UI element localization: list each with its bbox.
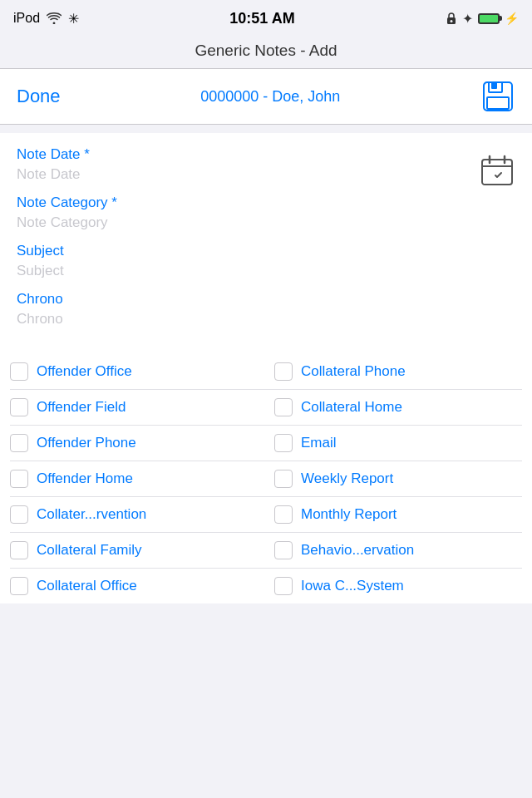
activity-icon: ✳ [68, 11, 79, 27]
device-label: iPod [13, 11, 40, 26]
checkbox-left-4[interactable] [10, 505, 28, 524]
chrono-label: Chrono [17, 291, 515, 308]
chrono-field: Chrono Chrono [17, 291, 515, 347]
col-left-0: Offender Office [10, 362, 258, 381]
charging-icon: ⚡ [505, 12, 519, 25]
checkbox-right-5[interactable] [274, 541, 293, 559]
checkbox-label-left-4: Collater...rvention [37, 506, 146, 523]
note-category-label: Note Category * [17, 195, 515, 211]
note-date-input[interactable]: Note Date [17, 166, 90, 183]
checkbox-label-left-2: Offender Phone [37, 435, 136, 451]
table-row: Collateral Family Behavio...ervation [10, 532, 522, 568]
checkbox-left-6[interactable] [10, 577, 28, 595]
battery-icon [478, 13, 500, 24]
nav-bar: Generic Notes - Add [0, 37, 532, 69]
col-right-1: Collateral Home [258, 398, 522, 416]
checkbox-right-2[interactable] [274, 434, 293, 452]
checkbox-label-right-5: Behavio...ervation [301, 542, 414, 559]
svg-rect-5 [487, 97, 509, 109]
col-right-0: Collateral Phone [258, 362, 522, 381]
checkbox-label-right-3: Weekly Report [301, 470, 393, 487]
checkbox-right-3[interactable] [274, 470, 293, 488]
checkbox-label-right-6: Iowa C...System [301, 578, 404, 594]
col-left-3: Offender Home [10, 470, 258, 488]
checkbox-right-0[interactable] [274, 362, 293, 381]
checkbox-left-1[interactable] [10, 398, 28, 416]
checkbox-right-1[interactable] [274, 398, 293, 416]
col-left-2: Offender Phone [10, 434, 258, 452]
status-left: iPod ✳ [13, 11, 79, 27]
note-category-field: Note Category * Note Category [17, 195, 515, 231]
checkbox-label-left-6: Collateral Office [37, 578, 137, 594]
col-left-4: Collater...rvention [10, 505, 258, 524]
checkbox-right-6[interactable] [274, 577, 293, 595]
checkbox-left-2[interactable] [10, 434, 28, 452]
page-title: Generic Notes - Add [195, 42, 337, 59]
checkbox-label-left-0: Offender Office [37, 363, 132, 380]
checkbox-label-right-1: Collateral Home [301, 399, 402, 416]
svg-point-1 [451, 20, 453, 22]
table-row: Offender Field Collateral Home [10, 389, 522, 425]
col-right-3: Weekly Report [258, 470, 522, 488]
note-category-input[interactable]: Note Category [17, 214, 515, 231]
svg-rect-6 [482, 160, 512, 185]
status-right: ✦ ⚡ [446, 11, 519, 27]
subject-input[interactable]: Subject [17, 263, 515, 279]
note-date-label: Note Date * [17, 146, 90, 163]
checkbox-label-right-0: Collateral Phone [301, 363, 406, 380]
checkbox-label-left-3: Offender Home [37, 470, 133, 487]
save-button[interactable] [480, 79, 515, 114]
table-row: Offender Phone Email [10, 425, 522, 461]
bluetooth-icon: ✦ [462, 11, 473, 27]
col-left-5: Collateral Family [10, 541, 258, 559]
chrono-input[interactable]: Chrono [17, 311, 515, 328]
checkbox-left-3[interactable] [10, 470, 28, 488]
checkbox-label-left-5: Collateral Family [37, 542, 142, 559]
checkbox-label-left-1: Offender Field [37, 399, 126, 416]
col-right-6: Iowa C...System [258, 577, 522, 595]
col-left-1: Offender Field [10, 398, 258, 416]
header-bar: Done 0000000 - Doe, John [0, 69, 532, 125]
status-time: 10:51 AM [229, 10, 294, 27]
record-id: 0000000 - Doe, John [200, 88, 340, 106]
lock-icon [446, 12, 457, 25]
form-content: Note Date * Note Date Note Category * No… [0, 133, 532, 347]
table-row: Offender Office Collateral Phone [10, 354, 522, 389]
calendar-icon[interactable] [479, 153, 515, 193]
col-right-5: Behavio...ervation [258, 541, 522, 559]
checkbox-left-5[interactable] [10, 541, 28, 559]
subject-label: Subject [17, 243, 515, 259]
subject-field: Subject Subject [17, 243, 515, 279]
checkbox-label-right-4: Monthly Report [301, 506, 397, 523]
col-right-4: Monthly Report [258, 505, 522, 524]
checkbox-right-4[interactable] [274, 505, 293, 524]
wifi-icon [47, 12, 62, 24]
checkbox-grid: Offender Office Collateral Phone Offende… [0, 347, 532, 603]
checkbox-label-right-2: Email [301, 435, 337, 451]
table-row: Collateral Office Iowa C...System [10, 568, 522, 603]
status-bar: iPod ✳ 10:51 AM ✦ ⚡ [0, 0, 532, 37]
col-right-2: Email [258, 434, 522, 452]
svg-rect-4 [491, 82, 497, 89]
col-left-6: Collateral Office [10, 577, 258, 595]
checkbox-left-0[interactable] [10, 362, 28, 381]
note-date-field: Note Date * Note Date [17, 146, 90, 195]
table-row: Offender Home Weekly Report [10, 461, 522, 496]
table-row: Collater...rvention Monthly Report [10, 496, 522, 532]
done-button[interactable]: Done [17, 86, 61, 107]
note-date-row: Note Date * Note Date [17, 146, 515, 195]
